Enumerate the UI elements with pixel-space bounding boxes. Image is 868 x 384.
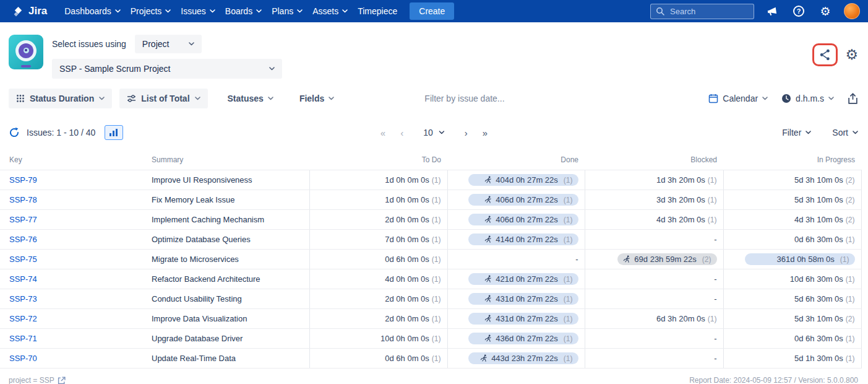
status-count: (1) [432, 235, 441, 244]
chevron-down-icon [165, 9, 171, 13]
duration-pill: 361d 0h 58m 0s(1) [745, 253, 855, 265]
duration-pill: 69d 23h 59m 22s(2) [617, 253, 716, 265]
duration-value: 10d 0h 0m 0s [380, 334, 429, 343]
cell-inprogress: 0d 6h 30m 0s(1) [723, 329, 861, 349]
search-input[interactable] [669, 6, 743, 17]
cell-key: SSP-70 [0, 349, 145, 369]
issue-key-link[interactable]: SSP-78 [9, 195, 37, 204]
status-count: (1) [564, 196, 573, 204]
duration-value: 1d 0h 0m 0s [385, 195, 429, 204]
pagination-last-button[interactable]: » [483, 128, 488, 138]
cell-todo: 1d 0h 0m 0s(1) [309, 170, 447, 190]
nav-item-dashboards[interactable]: Dashboards [59, 1, 126, 21]
nav-item-label: Projects [131, 6, 162, 16]
export-icon [848, 93, 858, 104]
issue-key-link[interactable]: SSP-71 [9, 334, 37, 343]
issue-summary: Update Real-Time Data [152, 354, 236, 363]
clock-icon [781, 94, 791, 103]
table-row: SSP-73Conduct Usability Testing2d 0h 0m … [0, 289, 861, 309]
list-mode-dropdown[interactable]: List of Total [119, 89, 207, 108]
export-button[interactable] [848, 93, 858, 104]
toolbar-right: Calendar d.h.m.s [708, 93, 858, 104]
issue-key-link[interactable]: SSP-73 [9, 294, 37, 303]
status-count: (1) [564, 275, 573, 284]
page-size-dropdown[interactable]: 10 [418, 125, 450, 140]
issue-summary: Migrate to Microservices [152, 255, 239, 264]
cell-summary: Optimize Database Queries [145, 230, 309, 250]
issue-key-link[interactable]: SSP-72 [9, 314, 37, 323]
nav-item-plans[interactable]: Plans [267, 1, 307, 21]
select-issues-label: Select issues using [52, 39, 126, 49]
duration-value: 421d 0h 27m 22s [496, 274, 557, 284]
report-settings-button[interactable]: ⚙ [845, 48, 858, 62]
help-button[interactable]: ? [790, 2, 807, 20]
issue-key-link[interactable]: SSP-76 [9, 235, 37, 244]
fields-dropdown[interactable]: Fields [296, 89, 338, 108]
time-format-dropdown[interactable]: d.h.m.s [781, 94, 834, 103]
cell-inprogress: 5d 3h 10m 0s(2) [723, 309, 861, 329]
nav-item-label: Issues [181, 6, 205, 16]
fields-label: Fields [299, 94, 324, 103]
chart-view-button[interactable] [105, 125, 123, 140]
status-count: (1) [432, 295, 441, 303]
user-menu-button[interactable] [843, 2, 861, 20]
date-filter-input[interactable]: Filter by issue date... [424, 94, 504, 103]
nav-item-projects[interactable]: Projects [126, 1, 176, 21]
duration-pill: 431d 0h 27m 22s(1) [468, 313, 578, 325]
share-report-button[interactable] [819, 48, 831, 61]
status-count: (1) [564, 176, 573, 185]
report-type-dropdown[interactable]: Status Duration [9, 89, 112, 108]
issue-key-link[interactable]: SSP-77 [9, 215, 37, 224]
duration-pill: 406d 0h 27m 22s(1) [468, 214, 578, 225]
open-query-link[interactable] [58, 377, 66, 384]
cell-key: SSP-73 [0, 289, 145, 309]
issue-key-link[interactable]: SSP-75 [9, 255, 37, 264]
runner-icon [484, 216, 492, 224]
pagination-prev-button[interactable]: ‹ [400, 128, 403, 138]
issue-source-dropdown[interactable]: Project [135, 35, 202, 53]
project-dropdown[interactable]: SSP - Sample Scrum Project [52, 59, 282, 79]
issue-key-link[interactable]: SSP-70 [9, 354, 37, 363]
cell-inprogress: 5d 6h 30m 0s(1) [723, 289, 861, 309]
sort-dropdown[interactable]: Sort [832, 128, 858, 137]
jira-navbar: Jira DashboardsProjectsIssuesBoardsPlans… [0, 0, 868, 22]
issue-key-link[interactable]: SSP-74 [9, 274, 37, 284]
navbar-right: ? ⚙ [650, 2, 861, 20]
duration-value: 69d 23h 59m 22s [634, 255, 696, 264]
issue-source-value: Project [142, 39, 170, 49]
duration-value: 1d 3h 20m 0s [656, 175, 705, 185]
create-button[interactable]: Create [410, 2, 454, 20]
nav-item-label: Timepiece [358, 6, 397, 16]
duration-value: 2d 0h 0m 0s [385, 294, 429, 303]
table-row: SSP-76Optimize Database Queries7d 0h 0m … [0, 230, 861, 250]
nav-item-issues[interactable]: Issues [176, 1, 220, 21]
filter-dropdown[interactable]: Filter [782, 128, 811, 137]
report-header-actions: ⚙ [812, 43, 858, 66]
calendar-dropdown[interactable]: Calendar [708, 94, 768, 103]
pagination-first-button[interactable]: « [380, 128, 385, 138]
jira-logo[interactable]: Jira [12, 5, 47, 17]
jira-logo-icon [12, 6, 24, 17]
statuses-dropdown[interactable]: Statuses [224, 89, 277, 108]
duration-value: 0d 6h 30m 0s [794, 235, 843, 244]
refresh-button[interactable] [9, 127, 20, 138]
nav-item-label: Plans [272, 6, 293, 16]
nav-item-timepiece[interactable]: Timepiece [353, 1, 402, 21]
cell-inprogress: 4d 3h 10m 0s(2) [723, 210, 861, 230]
global-search[interactable] [650, 4, 754, 19]
announcements-button[interactable] [763, 2, 781, 20]
nav-item-boards[interactable]: Boards [220, 1, 267, 21]
issue-key-link[interactable]: SSP-79 [9, 175, 37, 185]
column-header-summary: Summary [145, 151, 309, 170]
nav-item-assets[interactable]: Assets [307, 1, 353, 21]
cell-summary: Improve UI Responsiveness [145, 170, 309, 190]
cell-done: 443d 23h 27m 22s(1) [447, 349, 585, 369]
pagination-next-button[interactable]: › [465, 128, 468, 138]
jira-logo-text: Jira [28, 5, 47, 17]
cell-todo: 2d 0h 0m 0s(1) [309, 289, 447, 309]
cell-key: SSP-72 [0, 309, 145, 329]
settings-button[interactable]: ⚙ [817, 2, 834, 20]
table-row: SSP-78Fix Memory Leak Issue1d 0h 0m 0s(1… [0, 190, 861, 210]
column-header-todo: To Do [309, 151, 447, 170]
duration-value: 0d 6h 30m 0s [794, 334, 843, 343]
